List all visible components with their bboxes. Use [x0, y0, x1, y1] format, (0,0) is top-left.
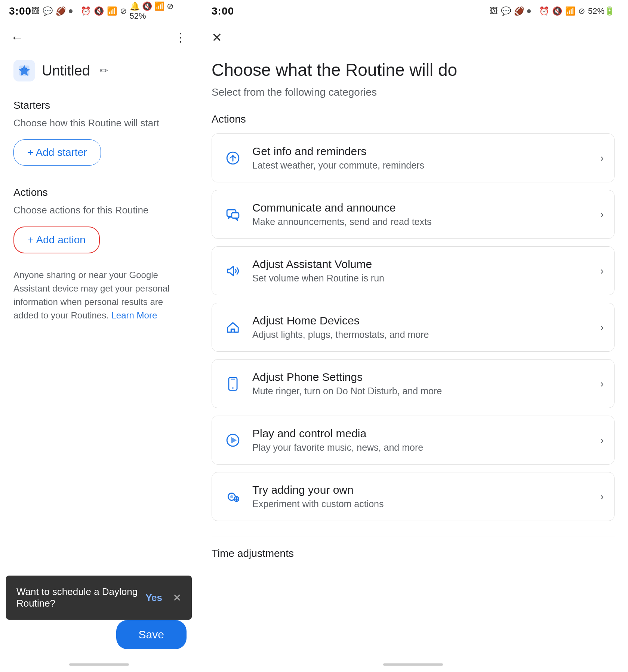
status-icons-right: 🖼 💬 🏈 ⏰ 🔇 📶 ⊘ 52%🔋 [490, 6, 615, 16]
photo-icon-r: 🖼 [490, 6, 498, 16]
svg-rect-6 [232, 213, 239, 218]
action-desc-communicate: Make announcements, send and read texts [252, 216, 591, 227]
action-desc-media: Play your favorite music, news, and more [252, 442, 591, 453]
home-indicator-left [0, 657, 198, 672]
chevron-communicate-icon: › [600, 209, 604, 221]
action-card-home[interactable]: Adjust Home Devices Adjust lights, plugs… [212, 303, 615, 352]
action-card-communicate[interactable]: Communicate and announce Make announceme… [212, 190, 615, 239]
action-desc-phone: Mute ringer, turn on Do Not Disturb, and… [252, 386, 591, 397]
chevron-volume-icon: › [600, 265, 604, 277]
action-icon-volume [222, 261, 243, 281]
action-icon-communicate [222, 204, 243, 225]
action-desc-volume: Set volume when Routine is run [252, 273, 591, 284]
add-starter-label: + Add starter [27, 147, 87, 158]
home-bar-right [383, 663, 443, 666]
action-icon-custom [222, 486, 243, 507]
chevron-media-icon: › [600, 434, 604, 446]
action-card-phone[interactable]: Adjust Phone Settings Mute ringer, turn … [212, 359, 615, 408]
action-desc-home: Adjust lights, plugs, thermostats, and m… [252, 329, 591, 340]
left-panel: 3:00 🖼 💬 🏈 ⏰ 🔇 📶 ⊘ 🔔 🔇 📶 ⊘ 52% ← ⋮ [0, 0, 198, 672]
dot-indicator-r [527, 9, 531, 13]
svg-point-15 [230, 495, 233, 498]
more-button[interactable]: ⋮ [175, 30, 187, 44]
sports-icon: 🏈 [56, 6, 66, 16]
snackbar: Want to schedule a Daylong Routine? Yes … [6, 576, 192, 620]
action-icon-get-info [222, 148, 243, 169]
top-nav-right: ✕ [198, 22, 628, 52]
action-desc-custom: Experiment with custom actions [252, 499, 591, 509]
action-title-volume: Adjust Assistant Volume [252, 258, 591, 271]
home-bar-left [69, 663, 129, 666]
action-icon-media [222, 430, 243, 451]
actions-label: Actions [13, 187, 184, 198]
snackbar-close-button[interactable]: ✕ [173, 592, 181, 604]
photo-icon: 🖼 [31, 6, 40, 16]
svg-marker-7 [228, 266, 234, 275]
page-subtitle: Select from the following categories [212, 86, 615, 98]
time-right: 3:00 [212, 5, 234, 17]
snackbar-text: Want to schedule a Daylong Routine? [16, 586, 145, 609]
top-nav-left: ← ⋮ [0, 22, 198, 52]
page-title: Choose what the Routine will do [212, 60, 615, 80]
wifi-icon-r: 📶 [565, 6, 575, 16]
status-bar-right: 3:00 🖼 💬 🏈 ⏰ 🔇 📶 ⊘ 52%🔋 [198, 0, 628, 22]
home-indicator-right [198, 657, 628, 672]
starters-sub: Choose how this Routine will start [13, 117, 184, 129]
routine-icon [13, 60, 35, 81]
action-card-volume[interactable]: Adjust Assistant Volume Set volume when … [212, 246, 615, 295]
action-text-media: Play and control media Play your favorit… [252, 427, 591, 453]
svg-point-10 [232, 387, 234, 389]
sports-icon-r: 🏈 [514, 6, 524, 16]
privacy-note: Anyone sharing or near your Google Assis… [13, 268, 184, 322]
action-text-phone: Adjust Phone Settings Mute ringer, turn … [252, 371, 591, 397]
alarm-icon: ⏰ [81, 6, 91, 16]
chevron-home-icon: › [600, 321, 604, 333]
back-button[interactable]: ← [10, 31, 24, 44]
section-divider [212, 536, 615, 536]
actions-section: Actions Choose actions for this Routine … [13, 187, 184, 268]
add-action-button[interactable]: + Add action [13, 226, 100, 253]
messenger-icon: 💬 [43, 6, 53, 16]
actions-sub: Choose actions for this Routine [13, 204, 184, 216]
dnd-icon-r: ⊘ [578, 6, 585, 16]
action-title-custom: Try adding your own [252, 484, 591, 496]
wifi-icon: 📶 [107, 6, 117, 16]
status-icons-left: 🖼 💬 🏈 ⏰ 🔇 📶 ⊘ 🔔 🔇 📶 ⊘ 52% [31, 1, 189, 21]
action-card-custom[interactable]: Try adding your own Experiment with cust… [212, 472, 615, 521]
dot-indicator [69, 9, 72, 13]
close-button[interactable]: ✕ [212, 30, 222, 45]
status-bar-left: 3:00 🖼 💬 🏈 ⏰ 🔇 📶 ⊘ 🔔 🔇 📶 ⊘ 52% [0, 0, 198, 22]
chevron-custom-icon: › [600, 491, 604, 503]
action-icon-phone [222, 373, 243, 394]
save-button[interactable]: Save [116, 620, 187, 649]
edit-icon[interactable]: ✏ [100, 65, 108, 77]
add-starter-button[interactable]: + Add starter [13, 139, 101, 166]
action-title-phone: Adjust Phone Settings [252, 371, 591, 383]
action-text-volume: Adjust Assistant Volume Set volume when … [252, 258, 591, 284]
action-list: Get info and reminders Latest weather, y… [212, 133, 615, 521]
alarm-icon-r: ⏰ [539, 6, 549, 16]
action-text-custom: Try adding your own Experiment with cust… [252, 484, 591, 509]
action-title-get-info: Get info and reminders [252, 145, 591, 158]
action-title-media: Play and control media [252, 427, 591, 440]
battery-right: 52%🔋 [588, 6, 615, 16]
learn-more-link[interactable]: Learn More [111, 310, 157, 320]
snackbar-yes-button[interactable]: Yes [145, 592, 162, 604]
routine-title: Untitled [42, 63, 90, 79]
action-card-get-info[interactable]: Get info and reminders Latest weather, y… [212, 133, 615, 182]
left-content: Untitled ✏ Starters Choose how this Rout… [0, 52, 198, 612]
time-adj-label: Time adjustments [212, 548, 615, 560]
time-left: 3:00 [9, 5, 31, 17]
chevron-get-info-icon: › [600, 152, 604, 164]
action-text-home: Adjust Home Devices Adjust lights, plugs… [252, 314, 591, 340]
starters-label: Starters [13, 99, 184, 111]
action-text-communicate: Communicate and announce Make announceme… [252, 201, 591, 227]
action-title-home: Adjust Home Devices [252, 314, 591, 327]
action-text-get-info: Get info and reminders Latest weather, y… [252, 145, 591, 171]
routine-title-row: Untitled ✏ [13, 60, 184, 81]
right-content: Choose what the Routine will do Select f… [198, 52, 628, 657]
action-title-communicate: Communicate and announce [252, 201, 591, 214]
svg-rect-8 [232, 329, 234, 332]
battery-left: 🔔 🔇 📶 ⊘ 52% [130, 1, 189, 21]
action-card-media[interactable]: Play and control media Play your favorit… [212, 416, 615, 465]
